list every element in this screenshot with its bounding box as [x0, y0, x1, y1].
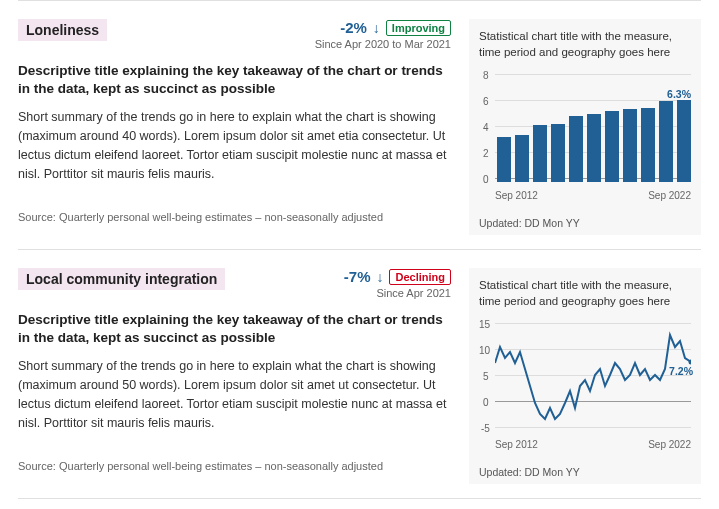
- summary-text: Short summary of the trends go in here t…: [18, 108, 451, 183]
- line-path: [495, 319, 691, 431]
- y-tick: 5: [483, 371, 489, 382]
- source-text: Source: Quarterly personal well-being es…: [18, 211, 451, 223]
- chart-title: Statistical chart title with the measure…: [479, 29, 691, 60]
- panel-left: Local community integration -7% ↓ Declin…: [18, 268, 451, 484]
- callout-value: 7.2%: [669, 365, 693, 377]
- bar-chart: 8 6 4 2 0 6.3%: [479, 70, 691, 200]
- updated-text: Updated: DD Mon YY: [479, 466, 691, 478]
- y-tick: 10: [479, 345, 490, 356]
- pct-change: -2%: [340, 19, 367, 36]
- chart-card: Statistical chart title with the measure…: [469, 268, 701, 484]
- pct-change: -7%: [344, 268, 371, 285]
- topic-tag: Loneliness: [18, 19, 107, 41]
- x-axis-labels: Sep 2012 Sep 2022: [495, 439, 691, 450]
- metric-block: -2% ↓ Improving Since Apr 2020 to Mar 20…: [315, 19, 451, 50]
- line-chart: 15 10 5 0 -5 7.2%: [479, 319, 691, 449]
- y-tick: 4: [483, 122, 489, 133]
- chart-card: Statistical chart title with the measure…: [469, 19, 701, 235]
- indicator-panel: Loneliness -2% ↓ Improving Since Apr 202…: [18, 0, 701, 249]
- x-axis-labels: Sep 2012 Sep 2022: [495, 190, 691, 201]
- since-text: Since Apr 2020 to Mar 2021: [315, 38, 451, 50]
- source-text: Source: Quarterly personal well-being es…: [18, 460, 451, 472]
- trend-badge: Declining: [389, 269, 451, 285]
- panel-header: Local community integration -7% ↓ Declin…: [18, 268, 451, 299]
- y-tick: 15: [479, 319, 490, 330]
- y-tick: 8: [483, 70, 489, 81]
- x-tick: Sep 2022: [648, 439, 691, 450]
- callout-value: 6.3%: [667, 88, 691, 100]
- x-tick: Sep 2012: [495, 190, 538, 201]
- since-text: Since Apr 2021: [344, 287, 451, 299]
- y-tick: 6: [483, 96, 489, 107]
- updated-text: Updated: DD Mon YY: [479, 217, 691, 229]
- panel-left: Loneliness -2% ↓ Improving Since Apr 202…: [18, 19, 451, 235]
- indicator-panel: Local community integration -7% ↓ Declin…: [18, 249, 701, 498]
- y-tick: 0: [483, 397, 489, 408]
- arrow-down-icon: ↓: [376, 269, 383, 285]
- divider: [18, 498, 701, 509]
- descriptive-title: Descriptive title explaining the key tak…: [18, 62, 451, 98]
- x-tick: Sep 2012: [495, 439, 538, 450]
- topic-tag: Local community integration: [18, 268, 225, 290]
- y-tick: 0: [483, 174, 489, 185]
- trend-badge: Improving: [386, 20, 451, 36]
- y-tick: 2: [483, 148, 489, 159]
- metric-block: -7% ↓ Declining Since Apr 2021: [344, 268, 451, 299]
- y-tick: -5: [481, 423, 490, 434]
- summary-text: Short summary of the trends go in here t…: [18, 357, 451, 432]
- chart-title: Statistical chart title with the measure…: [479, 278, 691, 309]
- arrow-down-icon: ↓: [373, 20, 380, 36]
- x-tick: Sep 2022: [648, 190, 691, 201]
- panel-header: Loneliness -2% ↓ Improving Since Apr 202…: [18, 19, 451, 50]
- descriptive-title: Descriptive title explaining the key tak…: [18, 311, 451, 347]
